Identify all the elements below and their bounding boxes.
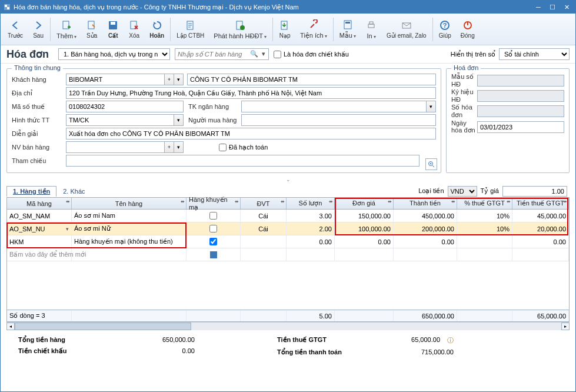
phathanh-button[interactable]: Phát hành HĐĐT▾ bbox=[209, 15, 271, 44]
prev-button[interactable]: Trước bbox=[3, 15, 28, 44]
taxcode-input[interactable] bbox=[66, 101, 184, 112]
collapse-handle[interactable]: ⌄ bbox=[1, 175, 575, 184]
edit-button[interactable]: Sửa bbox=[81, 15, 102, 44]
app-icon bbox=[3, 3, 11, 11]
buyer-input[interactable] bbox=[241, 114, 436, 126]
invoice-legend: Hoá đơn bbox=[451, 64, 481, 72]
table-row[interactable]: AO_SM_NAMÁo sơ mi Nam Cái3.00 150,000.00… bbox=[7, 210, 569, 222]
window-title: Hóa đơn bán hàng hóa, dịch vụ trong nước… bbox=[14, 4, 532, 11]
serial-input[interactable] bbox=[477, 90, 564, 102]
currency-select[interactable]: VND bbox=[448, 186, 477, 197]
table-row[interactable]: AO_SM_NU▾ Áo sơ mi Nữ Cái2.00 100,000.00… bbox=[7, 222, 569, 235]
tab-hangtien[interactable]: 1. Hàng tiền bbox=[6, 186, 56, 197]
maximize-button[interactable]: ☐ bbox=[546, 2, 559, 12]
template-icon bbox=[342, 19, 354, 31]
svg-rect-0 bbox=[63, 21, 69, 29]
document-icon bbox=[185, 19, 197, 31]
tab-khac[interactable]: 2. Khác bbox=[56, 186, 91, 196]
display-on-label: Hiển thị trên sổ bbox=[451, 51, 495, 58]
grid-body[interactable]: AO_SM_NAMÁo sơ mi Nam Cái3.00 150,000.00… bbox=[7, 210, 569, 310]
grid-header: Mã hàng⬌ Tên hàng⬌ Hàng khuyến mạ⬌ ĐVT⬌ … bbox=[7, 198, 569, 210]
salesperson-input[interactable] bbox=[66, 141, 165, 153]
customer-code-input[interactable] bbox=[66, 74, 165, 85]
col-pct: % thuế GTGT⬌ bbox=[457, 198, 512, 209]
col-soluong: Số lượn⬌ bbox=[287, 198, 335, 209]
add-button[interactable]: Thêm▾ bbox=[52, 15, 81, 44]
payment-dropdown-button[interactable]: ▾ bbox=[174, 114, 184, 126]
totals-area: Tổng tiền hàng650,000.00 Tiền chiết khấu… bbox=[1, 330, 575, 362]
col-tenhang: Tên hàng⬌ bbox=[72, 198, 187, 209]
salesperson-add-button[interactable]: + bbox=[165, 141, 174, 153]
download-icon bbox=[279, 19, 291, 31]
arrow-right-icon bbox=[32, 19, 44, 31]
salesperson-dropdown-button[interactable]: ▾ bbox=[174, 141, 184, 153]
svg-point-7 bbox=[240, 25, 245, 30]
horizontal-scrollbar[interactable]: ◂▸ bbox=[6, 322, 570, 330]
next-button[interactable]: Sau bbox=[28, 15, 49, 44]
discount-checkbox-row[interactable]: Là hóa đơn chiết khấu bbox=[274, 51, 349, 58]
promo-checkbox[interactable] bbox=[209, 238, 217, 245]
minimize-button[interactable]: ─ bbox=[532, 2, 545, 12]
svg-rect-12 bbox=[369, 22, 373, 24]
add-icon bbox=[61, 19, 72, 31]
customer-dropdown-button[interactable]: ▾ bbox=[174, 74, 184, 85]
chevron-down-icon[interactable]: ▾ bbox=[66, 226, 69, 232]
description-input[interactable] bbox=[66, 128, 436, 139]
col-hkm: Hàng khuyến mạ⬌ bbox=[187, 198, 241, 209]
customer-add-button[interactable]: + bbox=[165, 74, 174, 85]
page-title: Hóa đơn bbox=[6, 48, 49, 61]
refresh-icon bbox=[151, 19, 163, 31]
items-grid: Mã hàng⬌ Tên hàng⬌ Hàng khuyến mạ⬌ ĐVT⬌ … bbox=[6, 198, 570, 322]
defer-button[interactable]: Hoãn bbox=[145, 15, 169, 44]
grid-footer: Số dòng = 3 5.00 650,000.00 65,000.00 bbox=[7, 310, 569, 321]
invoice-no-input[interactable] bbox=[477, 105, 564, 117]
print-icon bbox=[365, 19, 377, 31]
search-dropdown-icon[interactable]: ▾ bbox=[259, 49, 268, 58]
exchange-rate-input[interactable] bbox=[502, 186, 567, 197]
address-input[interactable] bbox=[66, 87, 436, 99]
add-row-placeholder[interactable]: Bấm vào đây để thêm mới bbox=[7, 248, 569, 261]
zoom-button[interactable] bbox=[425, 158, 437, 170]
general-info-group: Thông tin chung Khách hàng + ▾ Địa chỉ M… bbox=[6, 68, 441, 173]
toolbar: Trước Sau Thêm▾ Sửa Cất Xóa Hoãn Lập CTB… bbox=[1, 14, 575, 45]
invoice-type-select[interactable]: 1. Bán hàng hoá, dịch vụ trong nước bbox=[58, 48, 170, 60]
reference-input[interactable] bbox=[66, 155, 419, 167]
close-tool-button[interactable]: Đóng bbox=[456, 15, 480, 44]
tools-icon bbox=[308, 19, 319, 31]
save-button[interactable]: Cất bbox=[102, 15, 124, 44]
nap-button[interactable]: Nạp bbox=[274, 15, 295, 44]
save-icon bbox=[107, 19, 119, 31]
print-button[interactable]: In▾ bbox=[361, 15, 382, 44]
promo-checkbox[interactable] bbox=[209, 225, 217, 232]
delete-icon bbox=[128, 19, 140, 31]
promo-indicator-icon bbox=[210, 251, 217, 258]
send-button[interactable]: Gửi email, Zalo bbox=[382, 15, 431, 44]
search-icon[interactable]: 🔍 bbox=[250, 49, 258, 58]
mail-icon bbox=[401, 19, 412, 31]
close-button[interactable]: ✕ bbox=[560, 2, 573, 12]
bank-dropdown-button[interactable]: ▾ bbox=[427, 101, 436, 112]
payment-method-input[interactable] bbox=[66, 114, 174, 126]
invoice-date-input[interactable] bbox=[477, 121, 564, 133]
promo-checkbox[interactable] bbox=[209, 212, 217, 220]
svg-text:?: ? bbox=[443, 22, 447, 29]
col-dvt: ĐVT⬌ bbox=[241, 198, 287, 209]
info-icon[interactable]: ⓘ bbox=[447, 336, 454, 345]
discount-checkbox[interactable] bbox=[274, 51, 281, 58]
header-row: Hóa đơn 1. Bán hàng hoá, dịch vụ trong n… bbox=[1, 45, 575, 64]
arrow-left-icon bbox=[9, 19, 21, 31]
help-button[interactable]: ?Giúp bbox=[434, 15, 456, 44]
col-thanhtien: Thành tiền⬌ bbox=[394, 198, 457, 209]
delete-button[interactable]: Xóa bbox=[124, 15, 145, 44]
col-tienthue: Tiền thuế GTGT⬌ bbox=[512, 198, 569, 209]
ledger-select[interactable]: Sổ tài chính bbox=[499, 48, 570, 60]
bank-account-input[interactable] bbox=[241, 101, 427, 112]
tienich-button[interactable]: Tiện ích▾ bbox=[295, 15, 332, 44]
customer-name-input[interactable] bbox=[187, 74, 436, 85]
edit-icon bbox=[86, 19, 98, 31]
mau-button[interactable]: Mẫu▾ bbox=[335, 15, 361, 44]
posted-checkbox-row[interactable]: Đã hạch toán bbox=[219, 144, 268, 151]
table-row[interactable]: HKMHàng khuyến mại (không thu tiền) 0.00… bbox=[7, 235, 569, 248]
lapctbh-button[interactable]: Lập CTBH bbox=[172, 15, 209, 44]
template-code-input[interactable] bbox=[477, 75, 564, 87]
